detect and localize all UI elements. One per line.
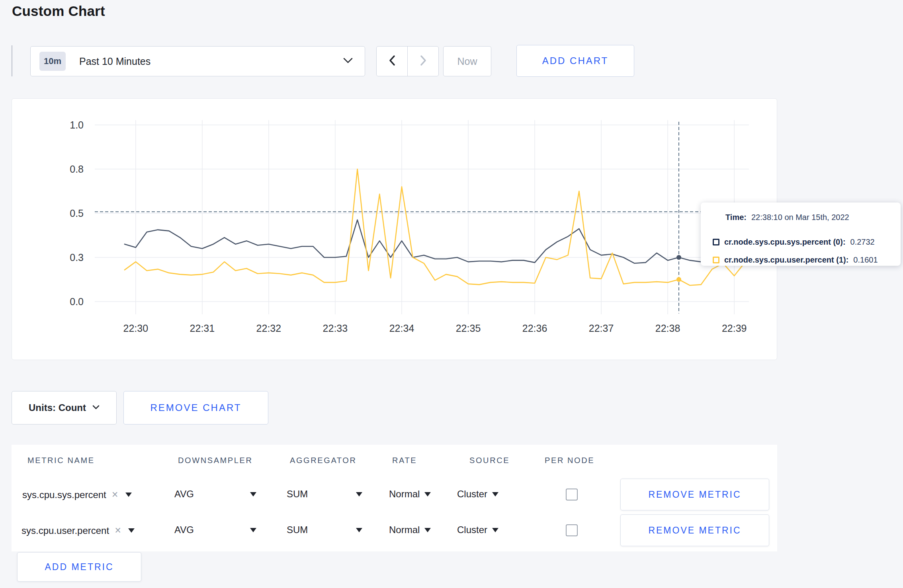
caret-down-icon <box>492 492 498 496</box>
caret-down-icon <box>424 492 431 496</box>
time-range-label: Past 10 Minutes <box>79 56 150 67</box>
source-value: Cluster <box>457 489 487 500</box>
tooltip-series-user-row: cr.node.sys.cpu.user.percent (1): 0.1601 <box>713 255 878 265</box>
svg-text:0.3: 0.3 <box>70 252 84 263</box>
caret-down-icon <box>128 528 135 533</box>
svg-text:22:35: 22:35 <box>456 323 481 334</box>
remove-metric-button[interactable]: REMOVE METRIC <box>620 514 769 546</box>
svg-text:22:32: 22:32 <box>256 323 281 334</box>
chart-card: 1.00.80.50.30.022:3022:3122:3222:3322:34… <box>12 98 777 360</box>
tooltip-time-row: Time: 22:38:10 on Mar 15th, 2022 <box>725 213 849 222</box>
col-header-per-node: PER NODE <box>545 456 594 465</box>
sys-series-swatch-icon <box>713 239 719 245</box>
time-range-dropdown[interactable]: 10m Past 10 Minutes <box>30 46 365 76</box>
source-value: Cluster <box>457 524 487 535</box>
toolbar-divider <box>12 45 12 76</box>
remove-metric-button[interactable]: REMOVE METRIC <box>620 479 769 510</box>
svg-text:0.5: 0.5 <box>70 208 84 219</box>
chevron-down-icon <box>92 404 100 411</box>
next-time-button[interactable] <box>408 47 438 76</box>
col-header-source: SOURCE <box>469 456 510 465</box>
source-select[interactable]: Cluster <box>457 489 498 500</box>
chart-tooltip: Time: 22:38:10 on Mar 15th, 2022 cr.node… <box>701 202 901 266</box>
aggregator-select[interactable]: SUM <box>287 524 362 535</box>
time-nav-group <box>376 46 439 76</box>
per-node-checkbox[interactable] <box>566 489 578 500</box>
aggregator-value: SUM <box>287 524 308 535</box>
chevron-right-icon <box>420 55 426 68</box>
rate-select[interactable]: Normal <box>389 489 431 500</box>
time-range-badge: 10m <box>39 52 66 71</box>
tooltip-series-sys-row: cr.node.sys.cpu.sys.percent (0): 0.2732 <box>713 238 875 247</box>
clear-metric-icon[interactable]: × <box>112 489 118 501</box>
col-header-metric-name: METRIC NAME <box>27 456 95 465</box>
svg-text:22:37: 22:37 <box>589 323 614 334</box>
clear-metric-icon[interactable]: × <box>115 524 121 537</box>
add-chart-button[interactable]: ADD CHART <box>516 45 634 77</box>
tooltip-sys-value: 0.2732 <box>850 238 875 247</box>
metric-name-label: sys.cpu.user.percent <box>22 525 109 536</box>
metrics-chart[interactable]: 1.00.80.50.30.022:3022:3122:3222:3322:34… <box>12 99 776 359</box>
tooltip-user-name: cr.node.sys.cpu.user.percent (1): <box>724 255 848 265</box>
downsampler-value: AVG <box>174 524 194 535</box>
metric-name-select[interactable]: sys.cpu.user.percent × <box>22 524 135 537</box>
metric-name-label: sys.cpu.sys.percent <box>22 489 106 500</box>
svg-text:22:39: 22:39 <box>722 323 747 334</box>
source-select[interactable]: Cluster <box>457 524 498 535</box>
tooltip-time-value: 22:38:10 on Mar 15th, 2022 <box>751 213 849 222</box>
rate-value: Normal <box>389 524 420 535</box>
col-header-aggregator: AGGREGATOR <box>290 456 357 465</box>
svg-text:0.0: 0.0 <box>70 296 84 307</box>
downsampler-value: AVG <box>174 489 194 500</box>
svg-text:22:30: 22:30 <box>123 323 149 334</box>
chevron-left-icon <box>389 55 395 68</box>
caret-down-icon <box>250 492 256 496</box>
user-series-swatch-icon <box>713 257 719 263</box>
svg-text:1.0: 1.0 <box>70 119 84 130</box>
tooltip-time-label: Time: <box>725 213 747 222</box>
tooltip-sys-name: cr.node.sys.cpu.sys.percent (0): <box>724 238 846 247</box>
svg-text:22:36: 22:36 <box>522 323 547 334</box>
svg-text:0.8: 0.8 <box>70 164 84 175</box>
rate-select[interactable]: Normal <box>389 524 431 535</box>
svg-text:22:33: 22:33 <box>323 323 348 334</box>
downsampler-select[interactable]: AVG <box>174 524 256 535</box>
caret-down-icon <box>125 493 132 497</box>
per-node-checkbox[interactable] <box>566 524 578 536</box>
svg-text:22:31: 22:31 <box>190 323 215 334</box>
aggregator-select[interactable]: SUM <box>287 489 362 500</box>
remove-chart-button[interactable]: REMOVE CHART <box>123 391 268 424</box>
caret-down-icon <box>356 528 362 532</box>
metric-name-select[interactable]: sys.cpu.sys.percent × <box>22 489 132 501</box>
units-dropdown[interactable]: Units: Count <box>12 391 117 424</box>
caret-down-icon <box>492 528 498 532</box>
caret-down-icon <box>356 492 362 496</box>
col-header-rate: RATE <box>392 456 417 465</box>
caret-down-icon <box>250 528 256 532</box>
tooltip-user-value: 0.1601 <box>853 255 878 265</box>
chevron-down-icon <box>343 58 353 65</box>
aggregator-value: SUM <box>287 489 308 500</box>
col-header-downsampler: DOWNSAMPLER <box>178 456 253 465</box>
prev-time-button[interactable] <box>377 47 408 76</box>
svg-text:22:34: 22:34 <box>389 323 414 334</box>
page-title: Custom Chart <box>12 3 105 19</box>
rate-value: Normal <box>389 489 420 500</box>
units-label: Units: Count <box>29 402 86 413</box>
downsampler-select[interactable]: AVG <box>174 489 256 500</box>
now-button[interactable]: Now <box>443 46 491 76</box>
caret-down-icon <box>424 528 431 532</box>
add-metric-button[interactable]: ADD METRIC <box>17 552 141 582</box>
svg-text:22:38: 22:38 <box>655 323 680 334</box>
